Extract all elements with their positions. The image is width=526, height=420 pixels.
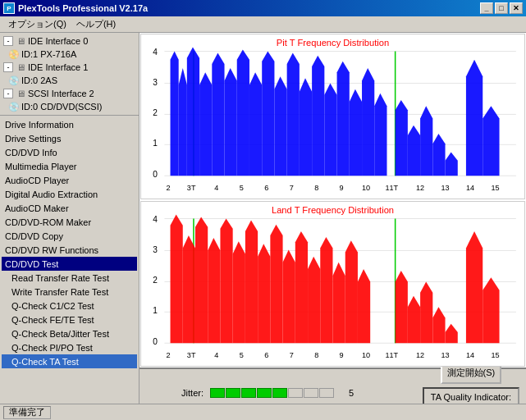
menu-cddvd-test[interactable]: CD/DVD Test <box>2 257 137 271</box>
menu-digital-audio[interactable]: Digital Audio Extraction <box>2 187 137 201</box>
menu-help[interactable]: ヘルプ(H) <box>71 16 121 32</box>
drive-icon-2: 💿 <box>8 75 20 86</box>
menu-qcheck-fete[interactable]: Q-Check FE/TE Test <box>2 313 137 326</box>
jitter-seg-1 <box>210 388 225 398</box>
menu-audiocd-maker[interactable]: AudioCD Maker <box>2 201 137 215</box>
svg-marker-82 <box>183 235 195 343</box>
status-bar: 準備完了 <box>0 404 526 420</box>
svg-text:3: 3 <box>153 77 158 86</box>
svg-text:11T: 11T <box>385 351 398 359</box>
menu-multimedia[interactable]: Multimedia Player <box>2 159 137 173</box>
svg-marker-51 <box>466 60 483 176</box>
svg-marker-90 <box>283 249 295 343</box>
menu-options[interactable]: オプション(Q) <box>3 16 71 32</box>
svg-text:2: 2 <box>153 276 158 285</box>
menu-audiocd-player[interactable]: AudioCD Player <box>2 173 137 187</box>
tree-expand-ide0[interactable]: - <box>3 36 13 46</box>
title-bar: P PlexTools Professional V2.17a _ □ ✕ <box>0 0 526 16</box>
tree-item-ide0[interactable]: - 🖥 IDE Interface 0 <box>2 34 137 48</box>
svg-text:11T: 11T <box>385 184 398 192</box>
svg-marker-95 <box>345 240 358 343</box>
svg-marker-40 <box>312 56 324 176</box>
svg-marker-34 <box>237 49 249 176</box>
drive-icon-3: 💿 <box>8 101 20 112</box>
pit-chart: 0 1 2 3 4 2 3T 4 5 6 7 8 9 10 11T 12 <box>140 34 525 199</box>
menu-write-transfer[interactable]: Write Transfer Rate Test <box>2 285 137 299</box>
svg-text:3T: 3T <box>187 184 196 192</box>
svg-marker-39 <box>300 78 312 176</box>
charts-area: 0 1 2 3 4 2 3T 4 5 6 7 8 9 10 11T 12 <box>140 33 526 368</box>
menu-cddvd-copy[interactable]: CD/DVD Copy <box>2 229 137 243</box>
svg-text:7: 7 <box>290 351 294 359</box>
minimize-button[interactable]: _ <box>480 2 493 14</box>
tree-item-scsi2[interactable]: - 🖥 SCSI Interface 2 <box>2 87 137 100</box>
tree-item-id1[interactable]: 📀 ID:1 PX-716A <box>2 48 137 61</box>
land-chart-svg: 0 1 2 3 4 2 3T 4 5 6 7 8 9 10 11T 12 <box>141 202 524 366</box>
svg-marker-97 <box>396 271 408 343</box>
tree-expand-ide1[interactable]: - <box>3 62 13 72</box>
svg-text:5: 5 <box>240 184 244 192</box>
svg-text:9: 9 <box>340 351 344 359</box>
svg-text:3T: 3T <box>187 351 196 359</box>
bottom-bars: 5 3 <box>210 388 416 404</box>
svg-marker-32 <box>212 53 224 176</box>
svg-text:1: 1 <box>153 306 158 315</box>
svg-marker-35 <box>249 72 262 176</box>
svg-marker-87 <box>245 221 258 344</box>
svg-marker-46 <box>396 100 408 176</box>
svg-text:0: 0 <box>153 337 158 346</box>
bottom-labels: Jitter: Peak Shift: <box>146 388 204 404</box>
menu-drive-settings[interactable]: Drive Settings <box>2 131 137 145</box>
svg-text:4: 4 <box>214 351 218 359</box>
svg-text:4: 4 <box>214 184 218 192</box>
svg-text:5: 5 <box>240 351 244 359</box>
svg-text:7: 7 <box>290 184 294 192</box>
svg-marker-47 <box>408 126 420 176</box>
svg-text:14: 14 <box>466 184 474 192</box>
main-content: - 🖥 IDE Interface 0 📀 ID:1 PX-716A - 🖥 I… <box>0 33 526 404</box>
tree-item-id0as[interactable]: 💿 ID:0 2AS <box>2 74 137 87</box>
svg-text:4: 4 <box>153 48 158 57</box>
sidebar: - 🖥 IDE Interface 0 📀 ID:1 PX-716A - 🖥 I… <box>0 33 140 404</box>
ta-quality-panel: TA Quality Indicator: Good <box>423 387 519 404</box>
svg-marker-89 <box>270 225 282 344</box>
menu-cddvd-info[interactable]: CD/DVD Info <box>2 145 137 159</box>
menu-cddvd-rom-maker[interactable]: CD/DVD-ROM Maker <box>2 215 137 229</box>
tree-expand-scsi2[interactable]: - <box>3 89 13 98</box>
menu-list: Drive Information Drive Settings CD/DVD … <box>0 115 139 370</box>
svg-marker-93 <box>320 237 332 343</box>
svg-marker-37 <box>274 76 286 176</box>
tree-item-id0scsi[interactable]: 💿 ID:0 CD/DVD(SCSI) <box>2 100 137 113</box>
tree-item-ide1[interactable]: - 🖥 IDE Interface 1 <box>2 61 137 74</box>
svg-marker-96 <box>358 269 370 343</box>
jitter-value: 5 <box>337 388 354 398</box>
svg-text:6: 6 <box>264 351 268 359</box>
computer-icon-2: 🖥 <box>15 62 26 73</box>
tree-view: - 🖥 IDE Interface 0 📀 ID:1 PX-716A - 🖥 I… <box>0 33 139 115</box>
svg-text:12: 12 <box>416 351 424 359</box>
close-button[interactable]: ✕ <box>510 2 523 14</box>
svg-marker-88 <box>258 244 270 343</box>
menu-qcheck-beta[interactable]: Q-Check Beta/Jitter Test <box>2 326 137 340</box>
jitter-seg-8 <box>319 388 334 398</box>
tree-label-id1: ID:1 PX-716A <box>21 49 76 59</box>
svg-text:Pit T Frequency Distribution: Pit T Frequency Distribution <box>277 38 389 48</box>
svg-marker-91 <box>295 231 308 343</box>
menu-qcheck-pipo[interactable]: Q-Check PI/PO Test <box>2 340 137 354</box>
menu-cddvd-rw[interactable]: CD/DVD RW Functions <box>2 243 137 257</box>
app-icon: P <box>3 2 15 14</box>
pit-chart-svg: 0 1 2 3 4 2 3T 4 5 6 7 8 9 10 11T 12 <box>141 34 524 199</box>
menu-qcheck-ta[interactable]: Q-Check TA Test <box>2 354 137 368</box>
svg-text:0: 0 <box>153 170 158 179</box>
svg-marker-99 <box>420 281 432 343</box>
svg-text:12: 12 <box>416 184 424 192</box>
menu-drive-info[interactable]: Drive Information <box>2 117 137 131</box>
window-title: PlexTools Professional V2.17a <box>18 3 148 13</box>
menu-read-transfer[interactable]: Read Transfer Rate Test <box>2 271 137 285</box>
menu-qcheck-c1c2[interactable]: Q-Check C1/C2 Test <box>2 299 137 313</box>
land-chart: 0 1 2 3 4 2 3T 4 5 6 7 8 9 10 11T 12 <box>140 201 525 367</box>
svg-text:4: 4 <box>153 215 158 224</box>
tree-label-ide1: IDE Interface 1 <box>28 62 88 72</box>
svg-marker-29 <box>179 68 187 176</box>
maximize-button[interactable]: □ <box>495 2 508 14</box>
